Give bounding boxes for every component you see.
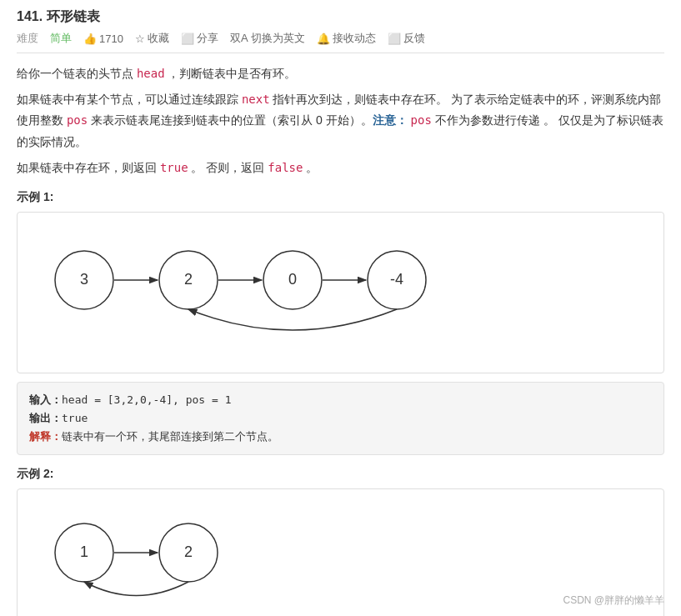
svg-text:2: 2 [184, 543, 193, 560]
star-icon: ☆ [135, 33, 145, 45]
example1-code: 输入：head = [3,2,0,-4], pos = 1 输出：true 解释… [17, 382, 664, 455]
toolbar: 难度 简单 👍 1710 ☆ 收藏 ⬜ 分享 双A 切换为英文 🔔 接收动态 ⬜… [17, 31, 664, 53]
notify-label: 接收动态 [333, 31, 376, 46]
collect-label: 收藏 [148, 31, 169, 46]
example1-svg: 3 2 0 -4 [34, 226, 634, 359]
svg-text:3: 3 [80, 271, 88, 288]
keyword-head: head [137, 67, 165, 80]
switch-lang-button[interactable]: 双A 切换为英文 [230, 31, 305, 46]
example1-title: 示例 1: [17, 190, 664, 205]
example1-explain-line: 解释：链表中有一个环，其尾部连接到第二个节点。 [29, 428, 652, 446]
like-button[interactable]: 👍 1710 [83, 33, 123, 45]
collect-button[interactable]: ☆ 收藏 [135, 31, 169, 46]
footer-brand: CSDN @胖胖的懒羊羊 [563, 593, 664, 608]
keyword-true: true [160, 161, 188, 174]
svg-text:0: 0 [288, 271, 297, 288]
share-icon: ⬜ [181, 33, 194, 45]
difficulty-value[interactable]: 简单 [50, 31, 72, 46]
desc-line2: 如果链表中有某个节点，可以通过连续跟踪 next 指针再次到达，则链表中存在环。… [17, 89, 664, 153]
share-button[interactable]: ⬜ 分享 [181, 31, 218, 46]
desc-line3: 如果链表中存在环，则返回 true 。 否则，返回 false 。 [17, 158, 664, 178]
svg-text:2: 2 [184, 271, 193, 288]
keyword-pos2: pos [411, 113, 432, 127]
svg-text:-4: -4 [390, 271, 403, 288]
example2-svg: 1 2 [34, 503, 368, 611]
keyword-pos: pos [67, 113, 88, 127]
keyword-next: next [242, 93, 270, 106]
example1-diagram: 3 2 0 -4 [17, 212, 664, 373]
difficulty-label: 难度 [17, 31, 38, 46]
example1-input-line: 输入：head = [3,2,0,-4], pos = 1 [29, 391, 652, 409]
feedback-button[interactable]: ⬜ 反馈 [388, 31, 425, 46]
notify-button[interactable]: 🔔 接收动态 [317, 31, 376, 46]
like-icon: 👍 [83, 33, 97, 45]
feedback-icon: ⬜ [388, 33, 401, 45]
like-count: 1710 [99, 33, 123, 45]
description: 给你一个链表的头节点 head ，判断链表中是否有环。 如果链表中有某个节点，可… [17, 63, 664, 178]
note-label: 注意： [373, 113, 408, 127]
svg-text:1: 1 [80, 543, 88, 560]
bell-icon: 🔔 [317, 33, 330, 45]
switch-label: 切换为英文 [251, 31, 305, 46]
page-title: 141. 环形链表 [17, 8, 100, 26]
example2-title: 示例 2: [17, 467, 664, 482]
example1-output-line: 输出：true [29, 409, 652, 428]
share-label: 分享 [197, 31, 218, 46]
switch-icon: 双A [230, 31, 248, 46]
feedback-label: 反馈 [403, 31, 425, 46]
keyword-false: false [268, 161, 303, 174]
desc-line1: 给你一个链表的头节点 head ，判断链表中是否有环。 [17, 63, 664, 84]
